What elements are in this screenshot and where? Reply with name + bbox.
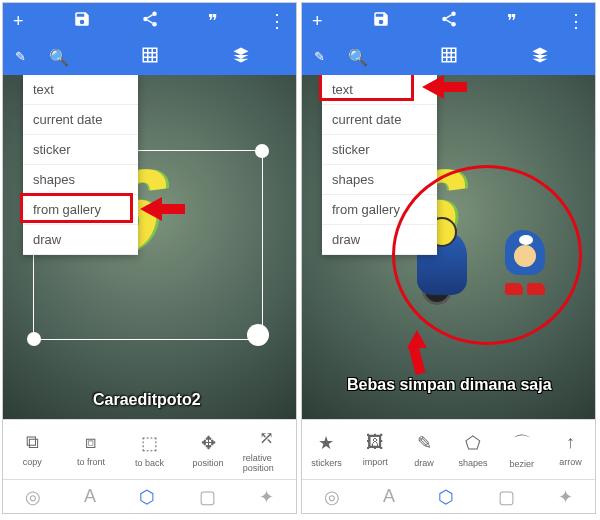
resize-handle-tr[interactable] [255,144,269,158]
annotation-arrow-left [422,75,444,99]
save-icon[interactable] [372,10,390,33]
tool-label: copy [23,457,42,467]
position-icon: ✥ [201,432,216,454]
dropdown-item-sticker[interactable]: sticker [23,135,138,165]
bottom-tool-bar: ⧉copy ⧈to front ⬚to back ✥position ⤱rela… [3,419,296,479]
share-icon[interactable] [440,10,458,33]
menu-icon[interactable]: ⋮ [268,10,286,32]
tool-position[interactable]: ✥position [184,432,232,468]
copy-icon: ⧉ [26,432,39,453]
tool-copy[interactable]: ⧉copy [8,432,56,467]
tab-shapes-icon[interactable]: ⬡ [139,486,155,508]
edit-mode-icon[interactable]: ✎ [306,43,332,69]
svg-point-6 [451,22,456,27]
tool-label: position [193,458,224,468]
canvas[interactable]: 46 Caraeditpoto2 text current date stick… [3,75,296,419]
phone-screenshot-left: + ❞ ⋮ 🔍 ✎ 46 Caraeditpoto2 text current … [2,2,297,514]
tab-layers-icon[interactable]: ▢ [199,486,216,508]
tab-text-icon[interactable]: A [383,486,395,507]
dropdown-item-sticker[interactable]: sticker [322,135,437,165]
svg-point-0 [152,11,157,16]
layers-icon[interactable] [232,46,250,68]
zoom-icon[interactable]: 🔍 [49,48,69,67]
tool-label: import [363,457,388,467]
draw-icon: ✎ [417,432,432,454]
tutorial-comparison: + ❞ ⋮ 🔍 ✎ 46 Caraeditpoto2 text current … [0,0,600,520]
sub-toolbar: 🔍 [302,39,595,75]
dropdown-item-current-date[interactable]: current date [23,105,138,135]
dropdown-item-draw[interactable]: draw [23,225,138,255]
tool-to-back[interactable]: ⬚to back [125,432,173,468]
svg-point-1 [143,16,148,21]
tool-label: draw [414,458,434,468]
tool-label: bezier [509,459,534,469]
canvas[interactable]: 46 Bebas simpan dimana saja text current… [302,75,595,419]
top-toolbar: + ❞ ⋮ [3,3,296,39]
tab-filters-icon[interactable]: ◎ [25,486,41,508]
svg-rect-3 [144,48,158,62]
stickers-icon: ★ [318,432,334,454]
tool-arrow[interactable]: ↑arrow [547,432,595,467]
annotation-arrow-left [140,197,162,221]
bottom-tool-bar: ★stickers 🖼import ✎draw ⬠shapes ⌒bezier … [302,419,595,479]
dropdown-item-from-gallery[interactable]: from gallery [23,195,138,225]
caption-text: Bebas simpan dimana saja [347,376,552,394]
tool-bezier[interactable]: ⌒bezier [498,431,546,469]
dropdown-item-text[interactable]: text [322,75,437,105]
edit-mode-icon[interactable]: ✎ [7,43,33,69]
tab-filters-icon[interactable]: ◎ [324,486,340,508]
dropdown-item-from-gallery[interactable]: from gallery [322,195,437,225]
quote-icon[interactable]: ❞ [507,10,517,32]
tab-bar: ◎ A ⬡ ▢ ✦ [302,479,595,513]
tool-label: stickers [311,458,342,468]
layers-icon[interactable] [531,46,549,68]
arrow-icon: ↑ [566,432,575,453]
dropdown-item-shapes[interactable]: shapes [322,165,437,195]
svg-rect-7 [443,48,457,62]
save-icon[interactable] [73,10,91,33]
share-icon[interactable] [141,10,159,33]
svg-point-2 [152,22,157,27]
import-icon: 🖼 [366,432,384,453]
dropdown-item-text[interactable]: text [23,75,138,105]
sub-toolbar: 🔍 [3,39,296,75]
new-icon[interactable]: + [13,11,24,32]
grid-icon[interactable] [440,46,458,68]
svg-point-5 [442,16,447,21]
tool-shapes[interactable]: ⬠shapes [449,432,497,468]
top-toolbar: + ❞ ⋮ [302,3,595,39]
sticker-sonic[interactable] [497,225,552,295]
to-back-icon: ⬚ [141,432,158,454]
grid-icon[interactable] [141,46,159,68]
annotation-arrow-up [407,330,427,348]
resize-handle-bl[interactable] [27,332,41,346]
tab-text-icon[interactable]: A [84,486,96,507]
to-front-icon: ⧈ [85,432,96,453]
watermark: Caraeditpoto2 [93,391,201,409]
bezier-icon: ⌒ [513,431,531,455]
menu-icon[interactable]: ⋮ [567,10,585,32]
dropdown-item-shapes[interactable]: shapes [23,165,138,195]
tab-effects-icon[interactable]: ✦ [558,486,573,508]
tool-stickers[interactable]: ★stickers [302,432,350,468]
tab-layers-icon[interactable]: ▢ [498,486,515,508]
tool-draw[interactable]: ✎draw [400,432,448,468]
new-icon[interactable]: + [312,11,323,32]
dropdown-item-draw[interactable]: draw [322,225,437,255]
shapes-icon: ⬠ [465,432,481,454]
tool-label: shapes [458,458,487,468]
tool-import[interactable]: 🖼import [351,432,399,467]
tool-relative-position[interactable]: ⤱relative position [243,427,291,473]
tool-label: relative position [243,453,291,473]
relative-position-icon: ⤱ [259,427,274,449]
quote-icon[interactable]: ❞ [208,10,218,32]
resize-handle-br[interactable] [247,324,269,346]
tab-shapes-icon[interactable]: ⬡ [438,486,454,508]
svg-point-4 [451,11,456,16]
tab-bar: ◎ A ⬡ ▢ ✦ [3,479,296,513]
tab-effects-icon[interactable]: ✦ [259,486,274,508]
tool-to-front[interactable]: ⧈to front [67,432,115,467]
zoom-icon[interactable]: 🔍 [348,48,368,67]
dropdown-item-current-date[interactable]: current date [322,105,437,135]
add-dropdown: text current date sticker shapes from ga… [23,75,138,255]
